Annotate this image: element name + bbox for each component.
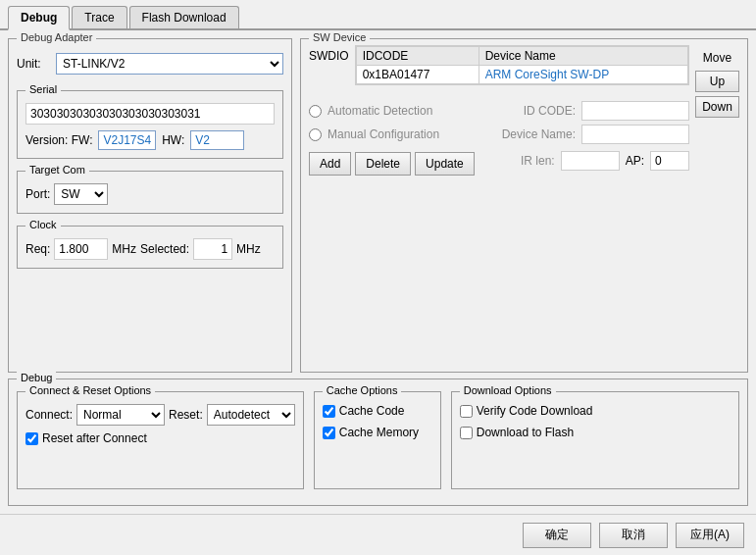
cr-title: Connect & Reset Options [25,384,155,396]
sw-device-inner: SWDIO IDCODE Device Name [309,43,739,364]
cr-inner: Connect & Reset Options Connect: Normal … [17,391,304,489]
move-buttons-area: Move Up Down [695,43,739,364]
reset-after-connect-row: Reset after Connect [25,431,295,445]
move-up-button[interactable]: Up [695,71,739,92]
debug-adapter-title: Debug Adapter [17,31,96,43]
main-content: Debug Adapter Unit: ST-LINK/V2 Serial 30… [0,30,756,514]
ir-len-label: IR len: [506,154,555,168]
serial-value: 30303030303030303030303031 [25,103,275,125]
selected-mhz-label: MHz [236,242,261,256]
cache-memory-row: Cache Memory [323,426,432,439]
sw-table: IDCODE Device Name 0x1BA01477 ARM CoreSi [355,45,689,85]
bottom-inner: Connect & Reset Options Connect: Normal … [17,391,739,489]
sw-config-area: Automatic Detection ID CODE: Manual Conf… [309,97,689,176]
verify-checkbox[interactable] [460,405,473,418]
cancel-button[interactable]: 取消 [599,523,668,548]
cell-idcode: 0x1BA01477 [356,66,479,84]
connect-select[interactable]: Normal Connect under Reset Reset after C… [76,404,165,426]
sw-buttons: Add Delete Update [309,152,475,176]
verify-label: Verify Code Download [477,404,593,418]
selected-input[interactable] [193,238,232,260]
connect-label: Connect: [25,408,73,422]
id-code-input[interactable] [581,101,689,121]
req-label: Req: [25,242,50,256]
cache-memory-checkbox[interactable] [323,427,335,439]
tab-flash-download[interactable]: Flash Download [129,6,239,28]
swdio-label: SWDIO [309,49,349,63]
download-options-section: Download Options Verify Code Download Do… [451,391,739,489]
target-com-section: Target Com Port: SW JTAG [17,171,283,214]
hw-label: HW: [162,133,184,147]
footer: 确定 取消 应用(A) [0,514,756,555]
serial-group: Serial 30303030303030303030303031 Versio… [17,90,283,159]
sw-device-group: SW Device SWDIO IDCOD [300,38,748,373]
main-window: Debug Trace Flash Download Debug Adapter… [0,0,756,555]
cache-code-label: Cache Code [339,404,405,418]
port-label: Port: [25,187,50,201]
cell-device-name: ARM CoreSight SW-DP [479,66,687,84]
col-device-name: Device Name [479,47,687,66]
cache-options-section: Cache Options Cache Code Cache Memory [314,391,441,489]
cache-code-checkbox[interactable] [323,405,335,418]
clock-title: Clock [25,219,61,230]
apply-button[interactable]: 应用(A) [676,523,744,548]
target-com-title: Target Com [25,164,89,176]
manual-config-row: Manual Configuration Device Name: [309,125,689,144]
cache-code-row: Cache Code [323,404,432,418]
dl-title: Download Options [460,384,556,396]
col-idcode: IDCODE [356,47,479,66]
download-flash-label: Download to Flash [477,426,574,439]
port-row: Port: SW JTAG [25,183,275,205]
unit-select[interactable]: ST-LINK/V2 [56,53,283,75]
connect-reset-section: Connect & Reset Options Connect: Normal … [17,391,304,489]
add-button[interactable]: Add [309,152,351,176]
req-mhz-label: MHz [112,242,136,256]
move-down-button[interactable]: Down [695,96,739,118]
manual-config-radio[interactable] [309,128,322,141]
reset-after-connect-checkbox[interactable] [25,432,38,445]
delete-button[interactable]: Delete [355,152,411,176]
tab-debug[interactable]: Debug [8,6,70,30]
top-section: Debug Adapter Unit: ST-LINK/V2 Serial 30… [8,38,748,373]
swdio-row: SWDIO IDCODE Device Name [309,45,689,85]
reset-after-connect-label: Reset after Connect [42,431,147,445]
manual-config-label: Manual Configuration [328,127,439,141]
reset-label: Reset: [169,408,203,422]
table-row[interactable]: 0x1BA01477 ARM CoreSight SW-DP [356,66,687,84]
sw-table-area: SWDIO IDCODE Device Name [309,43,689,364]
version-label: Version: FW: [25,133,92,147]
target-com-inner: Target Com Port: SW JTAG [17,171,283,214]
move-label: Move [703,51,731,65]
debug-bottom-title: Debug [17,372,56,383]
req-input[interactable]: 1.800 [54,238,108,260]
update-button[interactable]: Update [415,152,475,176]
hw-value: V2 [190,130,244,150]
download-flash-checkbox[interactable] [460,427,473,439]
verify-row: Verify Code Download [460,404,731,418]
ir-len-input[interactable] [561,151,620,171]
fw-value: V2J17S4 [98,130,156,150]
device-name-input[interactable] [581,125,689,144]
reset-select[interactable]: Autodetect HW Reset SW Reset Software Re… [207,404,295,426]
sw-device-title: SW Device [309,31,370,43]
cache-inner: Cache Options Cache Code Cache Memory [314,391,441,489]
sw-table-wrapper: IDCODE Device Name 0x1BA01477 ARM CoreSi [355,45,689,85]
cache-title: Cache Options [323,384,402,396]
debug-adapter-group: Debug Adapter Unit: ST-LINK/V2 Serial 30… [8,38,292,373]
auto-detection-radio[interactable] [309,105,322,118]
unit-row: Unit: ST-LINK/V2 [17,53,283,75]
serial-title: Serial [25,83,61,95]
ir-ap-row: Add Delete Update IR len: AP: 0 [309,146,689,176]
unit-label: Unit: [17,57,56,71]
ap-label: AP: [626,154,644,168]
tab-trace[interactable]: Trace [72,6,126,28]
cache-memory-label: Cache Memory [339,426,419,439]
port-select[interactable]: SW JTAG [54,183,108,205]
tab-bar: Debug Trace Flash Download [0,0,756,30]
auto-detection-label: Automatic Detection [328,104,432,118]
device-name-label: Device Name: [497,127,576,141]
confirm-button[interactable]: 确定 [523,523,591,548]
bottom-section: Debug Connect & Reset Options Connect: N… [8,378,748,506]
ap-input[interactable]: 0 [650,151,689,171]
selected-label: Selected: [140,242,189,256]
